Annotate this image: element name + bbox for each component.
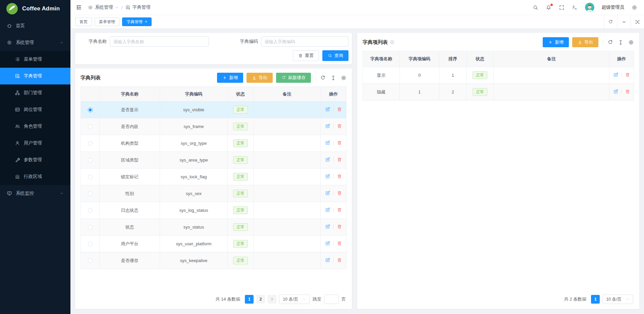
tab-0[interactable]: 首页 [75, 17, 92, 26]
reset-button[interactable]: 重置 [293, 50, 319, 61]
app-logo[interactable]: Coffee Admin [0, 0, 70, 17]
column-settings-icon[interactable] [341, 75, 346, 81]
search-icon[interactable] [533, 5, 538, 10]
delete-button[interactable] [337, 207, 342, 212]
delete-button[interactable] [337, 140, 342, 145]
delete-button[interactable] [625, 89, 630, 94]
tab-2[interactable]: 字典管理× [122, 17, 152, 26]
sidebar-item-2[interactable]: 菜单管理 [0, 51, 70, 68]
maximize-content-button[interactable] [631, 15, 644, 28]
sidebar-item-1[interactable]: 系统管理 [0, 34, 70, 51]
row-radio[interactable] [88, 158, 93, 163]
edit-button[interactable] [325, 190, 330, 196]
row-height-icon[interactable] [618, 40, 624, 45]
delete-button[interactable] [337, 241, 342, 246]
refresh-cache-button[interactable]: 刷新缓存 [276, 73, 311, 83]
delete-button[interactable] [337, 107, 342, 112]
table-row[interactable]: 性别sys_sex正常 [81, 185, 346, 202]
delete-button[interactable] [337, 123, 342, 129]
tab-options-button[interactable] [617, 15, 631, 28]
sidebar-item-6[interactable]: 角色管理 [0, 118, 70, 135]
next-page-button[interactable] [268, 295, 276, 304]
row-radio[interactable] [88, 258, 93, 263]
edit-button[interactable] [325, 140, 330, 145]
dict-name-cell: 区域类型 [100, 152, 160, 169]
delete-button[interactable] [337, 257, 342, 263]
fullscreen-icon[interactable] [559, 5, 565, 10]
sidebar-item-3[interactable]: 字典管理 [0, 68, 70, 84]
avatar[interactable] [585, 3, 594, 12]
edit-button[interactable] [613, 89, 619, 94]
settings-gear-icon[interactable] [632, 5, 637, 10]
delete-button[interactable] [337, 157, 342, 162]
export-dict-button[interactable]: 导出 [247, 73, 273, 83]
sidebar-item-10[interactable]: 系统监控 [0, 185, 70, 202]
sidebar-item-label: 参数管理 [24, 157, 42, 163]
refresh-page-button[interactable] [604, 15, 617, 28]
edit-button[interactable] [325, 257, 330, 263]
row-radio[interactable] [88, 242, 93, 246]
page-button-2[interactable]: 2 [256, 295, 265, 304]
row-height-icon[interactable] [330, 75, 336, 81]
export-dict-item-button[interactable]: 导出 [572, 37, 598, 47]
row-radio[interactable] [88, 141, 93, 146]
column-settings-icon[interactable] [628, 40, 634, 45]
page-size-select[interactable]: 10 条/页 [279, 295, 310, 304]
collapse-sidebar-icon[interactable] [76, 4, 82, 10]
table-row[interactable]: 用户平台sys_user_platform正常 [81, 236, 346, 252]
table-row[interactable]: 隐藏12正常 [363, 84, 634, 101]
table-row[interactable]: 显示01正常 [363, 67, 634, 84]
edit-button[interactable] [325, 224, 330, 229]
current-user-name[interactable]: 超级管理员 [602, 4, 625, 10]
row-radio[interactable] [88, 175, 93, 179]
breadcrumb-system-management[interactable]: 系统管理 [88, 4, 119, 10]
row-radio[interactable] [88, 108, 93, 112]
sidebar-item-4[interactable]: 部门管理 [0, 84, 70, 101]
delete-button[interactable] [625, 72, 630, 77]
page-button-1[interactable]: 1 [245, 295, 254, 304]
info-icon[interactable] [390, 40, 394, 45]
query-button[interactable]: 查询 [322, 50, 348, 61]
breadcrumb-dict-management[interactable]: 字典管理 [125, 4, 151, 10]
edit-button[interactable] [325, 207, 330, 212]
delete-button[interactable] [337, 190, 342, 196]
edit-button[interactable] [325, 174, 330, 179]
table-row[interactable]: 是否内嵌sys_frame正常 [81, 118, 346, 135]
edit-button[interactable] [613, 72, 619, 77]
refresh-table-icon[interactable] [607, 40, 613, 45]
edit-button[interactable] [325, 107, 330, 112]
sidebar-item-7[interactable]: 用户管理 [0, 135, 70, 151]
page-size-select[interactable]: 10 条/页 [602, 295, 633, 304]
page-button-1[interactable]: 1 [591, 295, 600, 304]
row-radio[interactable] [88, 191, 93, 196]
add-dict-item-button[interactable]: 新增 [543, 37, 569, 47]
delete-button[interactable] [337, 224, 342, 229]
table-row[interactable]: 状态sys_status正常 [81, 219, 346, 236]
table-row[interactable]: 区域类型sys_area_type正常 [81, 152, 346, 169]
add-dict-button[interactable]: 新增 [217, 73, 243, 83]
translate-icon[interactable]: 文A [572, 5, 578, 10]
refresh-table-icon[interactable] [320, 75, 326, 81]
jump-page-input[interactable] [324, 295, 339, 304]
table-row[interactable]: 是否缓存sys_keepalive正常 [81, 252, 346, 269]
tab-1[interactable]: 菜单管理 [95, 17, 119, 26]
table-row[interactable]: 是否显示sys_visible正常 [81, 102, 346, 118]
row-radio[interactable] [88, 208, 93, 213]
sidebar-item-8[interactable]: 参数管理 [0, 151, 70, 168]
table-row[interactable]: 日志状态sys_log_status正常 [81, 202, 346, 219]
dict-code-input[interactable] [261, 37, 348, 47]
row-radio[interactable] [88, 124, 93, 129]
delete-button[interactable] [337, 174, 342, 179]
notification-bell-icon[interactable] [546, 5, 551, 10]
close-tab-icon[interactable]: × [145, 20, 147, 24]
edit-button[interactable] [325, 123, 330, 129]
dict-name-input[interactable] [110, 37, 209, 47]
row-radio[interactable] [88, 225, 93, 230]
table-row[interactable]: 机构类型sys_org_type正常 [81, 135, 346, 152]
sidebar-item-5[interactable]: 岗位管理 [0, 101, 70, 118]
edit-button[interactable] [325, 157, 330, 162]
sidebar-item-0[interactable]: 首页 [0, 17, 70, 34]
table-row[interactable]: 锁定标记sys_lock_flag正常 [81, 169, 346, 185]
sidebar-item-9[interactable]: 行政区域 [0, 168, 70, 185]
edit-button[interactable] [325, 241, 330, 246]
